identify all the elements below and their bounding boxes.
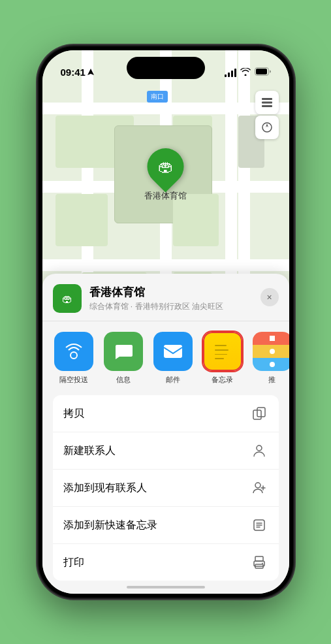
mail-symbol — [163, 342, 183, 361]
more-label: 推 — [268, 375, 276, 385]
home-indicator — [127, 586, 205, 588]
share-item-more[interactable]: 推 — [251, 332, 289, 385]
phone-screen: 09:41 — [42, 50, 289, 594]
share-item-messages[interactable]: 信息 — [102, 332, 144, 385]
location-icon-wrap: 🏟 — [53, 284, 82, 313]
quick-notes-symbol — [252, 518, 266, 532]
status-icons — [225, 67, 271, 78]
location-header: 🏟 香港体育馆 综合体育馆 · 香港特别行政区 油尖旺区 × — [42, 274, 289, 321]
messages-symbol — [113, 341, 134, 362]
stadium-icon: 🏟 — [158, 157, 174, 176]
battery-symbol — [255, 67, 271, 76]
map-label: 南口 — [147, 91, 168, 103]
bottom-sheet: 🏟 香港体育馆 综合体育馆 · 香港特别行政区 油尖旺区 × — [42, 274, 289, 594]
svg-point-14 — [255, 483, 260, 488]
svg-text:🏟: 🏟 — [62, 293, 72, 304]
action-add-notes-label: 添加到新快速备忘录 — [63, 519, 250, 532]
location-name: 香港体育馆 — [89, 285, 279, 300]
add-contact-icon — [250, 479, 268, 497]
signal-bars-icon — [225, 68, 236, 77]
copy-symbol — [252, 406, 266, 421]
mail-label: 邮件 — [166, 375, 180, 385]
svg-rect-1 — [256, 69, 267, 74]
svg-point-9 — [71, 352, 77, 359]
pin-circle: 🏟 — [140, 140, 191, 192]
person-symbol — [252, 443, 266, 458]
wifi-symbol — [240, 68, 251, 76]
location-subtitle: 综合体育馆 · 香港特别行政区 油尖旺区 — [89, 301, 279, 312]
quick-notes-icon — [250, 516, 268, 534]
svg-rect-4 — [262, 105, 272, 107]
share-item-mail[interactable]: 邮件 — [152, 332, 194, 385]
svg-rect-3 — [262, 102, 272, 104]
action-new-contact[interactable]: 新建联系人 — [53, 432, 279, 470]
battery-icon — [255, 67, 271, 78]
phone-frame: 09:41 — [39, 46, 293, 598]
dynamic-island — [127, 57, 205, 79]
map-view-button[interactable] — [255, 91, 279, 114]
action-print-label: 打印 — [63, 556, 250, 570]
close-button[interactable]: × — [260, 288, 279, 306]
location-arrow-icon — [87, 69, 94, 76]
svg-rect-10 — [164, 345, 182, 358]
map-controls[interactable] — [255, 91, 279, 139]
messages-label: 信息 — [116, 375, 131, 385]
action-copy[interactable]: 拷贝 — [53, 395, 279, 432]
action-print[interactable]: 打印 — [53, 544, 279, 581]
action-add-existing[interactable]: 添加到现有联系人 — [53, 470, 279, 507]
svg-marker-6 — [266, 123, 268, 127]
svg-point-13 — [257, 445, 262, 451]
print-symbol — [252, 555, 266, 570]
new-contact-icon — [250, 442, 268, 460]
airdrop-symbol — [63, 341, 84, 362]
action-add-existing-label: 添加到现有联系人 — [63, 481, 250, 495]
svg-rect-2 — [262, 98, 272, 100]
copy-icon — [250, 404, 268, 423]
svg-point-19 — [262, 563, 263, 564]
compass-icon — [261, 121, 273, 133]
location-button[interactable] — [255, 116, 279, 139]
print-icon — [250, 553, 268, 572]
map-pin: 🏟 香港体育馆 — [144, 148, 187, 202]
status-time: 09:41 — [61, 67, 94, 78]
airdrop-icon — [54, 332, 93, 371]
share-item-airdrop[interactable]: 隔空投送 — [53, 332, 95, 385]
location-info: 香港体育馆 综合体育馆 · 香港特别行政区 油尖旺区 — [89, 285, 279, 312]
more-icon-wrap — [253, 332, 289, 371]
share-row: 隔空投送 信息 — [42, 321, 289, 395]
notes-app-icon — [203, 332, 242, 371]
messages-icon — [104, 332, 143, 371]
map-layers-icon — [260, 96, 274, 109]
action-add-notes[interactable]: 添加到新快速备忘录 — [53, 507, 279, 544]
svg-rect-16 — [255, 556, 263, 561]
action-list: 拷贝 新建联系人 — [53, 395, 279, 581]
person-add-symbol — [252, 481, 266, 495]
notes-lines — [210, 338, 236, 364]
notes-label: 备忘录 — [212, 375, 233, 385]
action-new-contact-label: 新建联系人 — [63, 444, 250, 458]
action-copy-label: 拷贝 — [63, 407, 250, 421]
mail-icon — [153, 332, 193, 371]
time-display: 09:41 — [61, 67, 86, 78]
venue-icon: 🏟 — [58, 289, 76, 308]
wifi-icon — [240, 68, 251, 78]
airdrop-label: 隔空投送 — [59, 375, 88, 385]
share-item-notes[interactable]: 备忘录 — [202, 332, 244, 385]
